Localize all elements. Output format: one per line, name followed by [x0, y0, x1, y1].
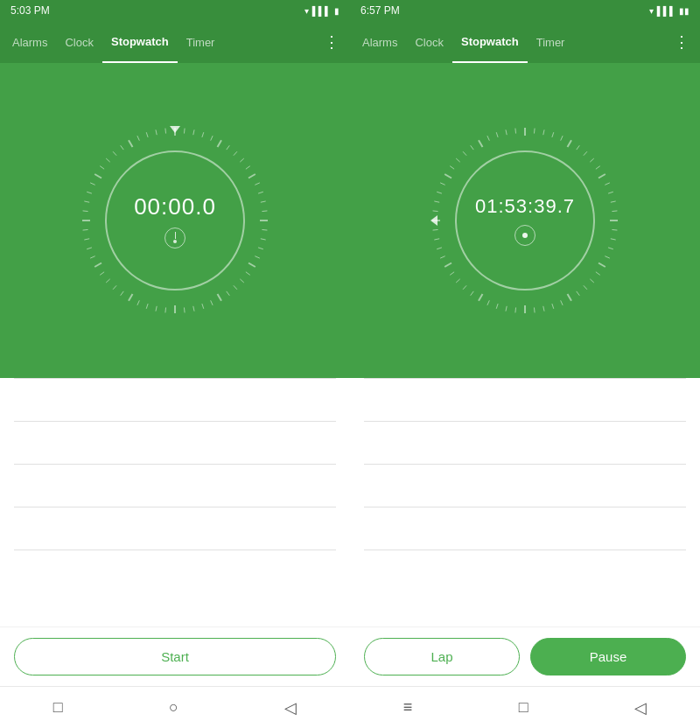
- lap-item-1-left: [0, 379, 350, 421]
- svg-line-55: [129, 140, 133, 147]
- svg-line-34: [137, 300, 139, 304]
- svg-line-97: [463, 285, 466, 289]
- tab-stopwatch-right[interactable]: Stopwatch: [452, 21, 528, 63]
- status-icons-left: ▾ ▌▌▌ ▮: [304, 6, 340, 16]
- svg-line-51: [100, 166, 104, 170]
- svg-line-118: [506, 130, 507, 135]
- divider-5-left: [14, 550, 336, 550]
- svg-line-57: [146, 132, 148, 137]
- svg-line-40: [94, 263, 102, 268]
- wifi-icon-left: ▾: [304, 6, 309, 16]
- svg-line-104: [433, 229, 438, 230]
- svg-line-6: [227, 145, 230, 150]
- status-time-right: 6:57 PM: [360, 4, 400, 17]
- svg-line-62: [543, 130, 544, 135]
- recents-icon-left[interactable]: □: [53, 698, 63, 717]
- svg-line-110: [444, 174, 452, 178]
- svg-line-48: [87, 192, 92, 193]
- svg-line-66: [577, 145, 580, 150]
- tab-alarms-right[interactable]: Alarms: [354, 21, 406, 63]
- nav-bar-right: ≡ □ ◁: [350, 686, 700, 728]
- svg-line-47: [84, 201, 89, 202]
- svg-line-27: [202, 304, 204, 309]
- start-button[interactable]: Start: [14, 638, 336, 676]
- status-bar-left: 5:03 PM ▾ ▌▌▌ ▮: [0, 0, 350, 21]
- wifi-icon-right: ▾: [649, 6, 654, 16]
- signal-icon-right: ▌▌▌: [657, 6, 676, 16]
- tab-clock-right[interactable]: Clock: [406, 21, 452, 63]
- sub-dial-right: [514, 225, 536, 246]
- svg-line-79: [605, 256, 609, 258]
- svg-line-112: [456, 158, 459, 162]
- battery-icon-left: ▮: [334, 6, 340, 16]
- svg-line-24: [227, 291, 230, 296]
- tab-clock-left[interactable]: Clock: [56, 21, 102, 63]
- svg-line-1: [184, 129, 185, 134]
- menu-icon-right[interactable]: ≡: [403, 698, 413, 717]
- svg-line-20: [248, 263, 256, 268]
- green-section-right: 01:53:39.7: [350, 63, 700, 378]
- svg-line-44: [83, 229, 88, 230]
- tab-alarms-left[interactable]: Alarms: [4, 21, 56, 63]
- svg-line-46: [83, 211, 88, 212]
- svg-line-23: [234, 285, 237, 289]
- sub-dot-right: [522, 233, 528, 238]
- left-panel: 5:03 PM ▾ ▌▌▌ ▮ Alarms Clock Stopwatch T…: [0, 0, 350, 728]
- svg-line-63: [552, 132, 554, 137]
- lap-item-3-right: [350, 465, 700, 507]
- tab-stopwatch-left[interactable]: Stopwatch: [102, 21, 178, 63]
- tab-timer-left[interactable]: Timer: [178, 21, 224, 63]
- more-menu-right[interactable]: ⋮: [667, 32, 696, 52]
- circle-wrapper-right: 01:53:39.7: [429, 124, 621, 317]
- svg-line-111: [450, 166, 454, 170]
- stopwatch-left: // This runs inline - we'll do it in the…: [14, 124, 336, 317]
- svg-line-9: [246, 166, 250, 170]
- nav-tabs-left: Alarms Clock Stopwatch Timer ⋮: [0, 21, 350, 63]
- svg-line-4: [211, 136, 213, 140]
- svg-line-68: [590, 158, 593, 162]
- svg-line-74: [612, 211, 617, 212]
- svg-line-116: [487, 136, 489, 140]
- svg-line-18: [258, 248, 263, 249]
- svg-line-98: [456, 279, 459, 283]
- svg-line-69: [596, 166, 600, 170]
- svg-line-101: [440, 256, 444, 258]
- svg-line-42: [87, 248, 92, 249]
- svg-line-88: [543, 306, 544, 312]
- svg-line-28: [193, 306, 194, 312]
- more-menu-left[interactable]: ⋮: [317, 32, 346, 52]
- svg-line-84: [577, 291, 580, 296]
- lap-list-right: [350, 378, 700, 626]
- svg-line-53: [113, 151, 116, 155]
- svg-line-119: [515, 129, 516, 134]
- lap-list-left: [0, 378, 350, 626]
- svg-line-100: [444, 263, 452, 268]
- svg-line-33: [146, 304, 148, 309]
- pause-button[interactable]: Pause: [530, 638, 686, 676]
- svg-line-54: [121, 145, 124, 150]
- svg-line-76: [612, 229, 617, 230]
- lap-item-2-right: [350, 422, 700, 464]
- stopwatch-time-right: 01:53:39.7: [475, 195, 575, 218]
- svg-line-22: [240, 279, 243, 283]
- home-icon-left[interactable]: ○: [169, 698, 178, 717]
- back-icon-right[interactable]: ◁: [634, 698, 647, 718]
- inner-circle-left: 00:00.0: [105, 150, 245, 290]
- svg-line-95: [479, 294, 483, 301]
- svg-line-96: [471, 291, 474, 296]
- svg-line-103: [434, 239, 439, 240]
- svg-line-87: [552, 304, 554, 309]
- svg-line-21: [246, 272, 250, 276]
- divider-5-right: [364, 550, 686, 550]
- back-icon-left[interactable]: ◁: [284, 698, 297, 718]
- svg-line-114: [471, 145, 474, 150]
- home-icon-right[interactable]: □: [519, 698, 528, 717]
- svg-line-32: [156, 306, 157, 312]
- svg-line-82: [590, 279, 593, 283]
- svg-line-3: [202, 132, 204, 137]
- lap-button[interactable]: Lap: [364, 638, 520, 676]
- tab-timer-right[interactable]: Timer: [528, 21, 574, 63]
- right-panel: 6:57 PM ▾ ▌▌▌ ▮▮ Alarms Clock Stopwatch …: [350, 0, 700, 728]
- stopwatch-right: 01:53:39.7: [364, 124, 686, 317]
- svg-line-5: [218, 140, 222, 147]
